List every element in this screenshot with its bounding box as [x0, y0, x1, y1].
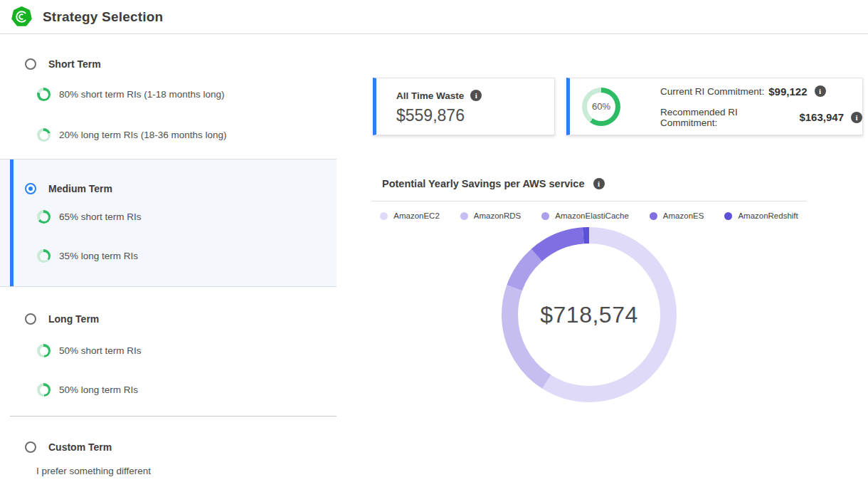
commitment-gauge-icon: 60% [582, 88, 620, 126]
radio-unselected-icon[interactable] [25, 58, 36, 70]
legend-item[interactable]: AmazonES [650, 211, 704, 220]
strategy-option: 35% long term RIs [0, 249, 337, 263]
strategy-option: 20% long term RIs (18-36 months long) [0, 128, 337, 142]
strategy-list: Short Term 80% short term RIs (1-18 mont… [0, 34, 337, 476]
waste-card-value: $559,876 [396, 106, 554, 125]
strategy-label: Short Term [48, 58, 101, 70]
strategy-section-medium-term: Medium Term 65% short term RIs 35% long … [0, 159, 337, 287]
strategy-option-label: 20% long term RIs (18-36 months long) [59, 130, 227, 140]
radio-selected-icon[interactable] [25, 183, 36, 194]
page-title: Strategy Selection [43, 9, 163, 25]
legend-label: AmazonRedshift [738, 211, 798, 220]
strategy-label: Long Term [48, 313, 99, 325]
strategy-radio-medium-term[interactable]: Medium Term [0, 182, 337, 194]
strategy-section-custom-term: Custom Term I prefer something different [0, 441, 337, 476]
radio-unselected-icon[interactable] [25, 441, 36, 453]
chart-divider [372, 201, 806, 201]
strategy-option-label: 65% short term RIs [59, 211, 142, 222]
current-ri-commitment-row: Current RI Commitment: $99,122 i [660, 85, 862, 98]
info-icon[interactable]: i [851, 112, 862, 123]
recommended-ri-commitment-row: Recommended RI Commitment: $163,947 i [660, 107, 862, 128]
legend-item[interactable]: AmazonElastiCache [541, 211, 629, 220]
info-icon[interactable]: i [470, 90, 482, 101]
strategy-option-label: 50% long term RIs [59, 384, 138, 395]
progress-ring-icon [37, 128, 51, 142]
current-ri-value: $99,122 [768, 85, 807, 98]
legend-label: AmazonES [663, 211, 704, 220]
legend-label: AmazonElastiCache [555, 211, 629, 220]
strategy-option-label: 35% long term RIs [59, 251, 138, 261]
legend-dot-icon [724, 212, 732, 220]
legend-item[interactable]: AmazonEC2 [380, 211, 440, 220]
chart-legend: AmazonEC2AmazonRDSAmazonElastiCacheAmazo… [372, 211, 806, 220]
strategy-radio-short-term[interactable]: Short Term [0, 58, 337, 70]
strategy-label: Custom Term [48, 441, 112, 453]
chart-header: Potential Yearly Savings per AWS service… [372, 178, 868, 189]
all-time-waste-card: All Time Waste i $559,876 [373, 78, 555, 135]
progress-ring-icon [37, 249, 51, 263]
radio-unselected-icon[interactable] [25, 313, 36, 325]
info-icon[interactable]: i [593, 178, 605, 189]
legend-label: AmazonEC2 [393, 211, 440, 220]
info-icon[interactable]: i [815, 85, 826, 97]
strategy-option: 50% long term RIs [0, 383, 337, 397]
recommended-ri-label: Recommended RI Commitment: [660, 107, 795, 128]
legend-dot-icon [380, 212, 388, 220]
app-logo-icon [11, 6, 32, 27]
strategy-option: 50% short term RIs [0, 344, 337, 357]
strategy-label: Medium Term [48, 183, 112, 194]
summary-panel: All Time Waste i $559,876 60% Current RI… [372, 34, 868, 402]
kpi-cards-row: All Time Waste i $559,876 60% Current RI… [372, 78, 868, 135]
strategy-option-label: 80% short term RIs (1-18 months long) [59, 89, 225, 100]
legend-dot-icon [541, 212, 549, 220]
progress-ring-icon [37, 88, 51, 101]
legend-label: AmazonRDS [474, 211, 521, 220]
gauge-percent-label: 60% [587, 93, 615, 121]
current-ri-label: Current RI Commitment: [660, 86, 764, 97]
waste-card-title: All Time Waste [396, 90, 464, 101]
legend-item[interactable]: AmazonRedshift [724, 211, 798, 220]
page-header: Strategy Selection [0, 0, 868, 34]
strategy-option: 65% short term RIs [0, 210, 337, 224]
progress-ring-icon [37, 383, 51, 397]
strategy-option-label: 50% short term RIs [59, 345, 142, 356]
progress-ring-icon [37, 344, 51, 357]
legend-item[interactable]: AmazonRDS [460, 211, 521, 220]
progress-ring-icon [37, 210, 51, 224]
strategy-radio-long-term[interactable]: Long Term [0, 313, 337, 325]
ri-commitment-card: 60% Current RI Commitment: $99,122 i Rec… [566, 78, 863, 135]
strategy-section-long-term: Long Term 50% short term RIs 50% long te… [0, 313, 337, 397]
donut-total-label: $718,574 [502, 227, 677, 402]
legend-dot-icon [460, 212, 468, 220]
strategy-section-short-term: Short Term 80% short term RIs (1-18 mont… [0, 58, 337, 142]
section-divider [10, 416, 337, 417]
recommended-ri-value: $163,947 [799, 111, 844, 123]
chart-title: Potential Yearly Savings per AWS service [382, 178, 585, 189]
legend-dot-icon [650, 212, 657, 220]
strategy-option: 80% short term RIs (1-18 months long) [0, 88, 337, 101]
savings-donut-chart: $718,574 [502, 227, 677, 402]
strategy-radio-custom-term[interactable]: Custom Term [0, 441, 337, 453]
custom-term-description: I prefer something different [36, 466, 337, 476]
